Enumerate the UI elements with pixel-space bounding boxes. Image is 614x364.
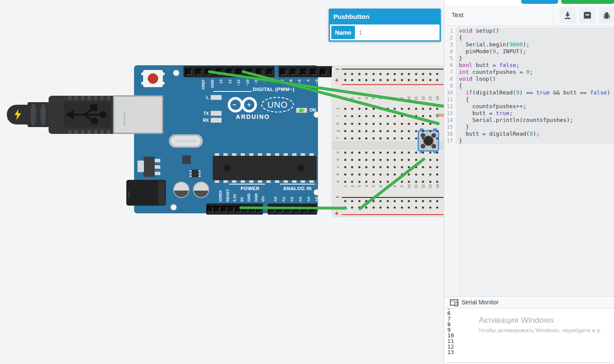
breadboard-hole[interactable] <box>379 206 382 209</box>
code-line[interactable]: 6bool butt = false; <box>444 62 614 69</box>
breadboard-hole[interactable] <box>358 130 360 132</box>
breadboard-hole[interactable] <box>422 159 424 161</box>
breadboard-hole[interactable] <box>351 137 353 140</box>
breadboard-hole[interactable] <box>436 79 438 81</box>
header-pin[interactable] <box>235 206 241 212</box>
breadboard-hole[interactable] <box>351 173 353 176</box>
breadboard-hole[interactable] <box>351 152 353 154</box>
header-pin[interactable] <box>196 69 202 75</box>
breadboard-hole[interactable] <box>387 79 389 81</box>
breadboard-hole[interactable] <box>365 152 367 154</box>
breadboard-hole[interactable] <box>415 152 417 154</box>
breadboard-hole[interactable] <box>401 73 403 75</box>
breadboard-hole[interactable] <box>344 79 346 81</box>
breadboard-hole[interactable] <box>373 181 375 183</box>
header-pin[interactable] <box>228 206 234 212</box>
breadboard-hole[interactable] <box>394 123 396 125</box>
arduino-uno-board[interactable]: DIGITAL (PWM~) L TX RX − + ARDUINO UNO O… <box>134 65 318 213</box>
breadboard-hole[interactable] <box>379 130 382 132</box>
breadboard-hole[interactable] <box>365 159 367 161</box>
breadboard-hole[interactable] <box>387 137 389 140</box>
code-line[interactable]: 9{ <box>444 82 614 89</box>
breadboard-hole[interactable] <box>408 200 410 202</box>
code-line[interactable]: 3 Serial.begin(9600); <box>444 41 614 48</box>
breadboard-hole[interactable] <box>408 137 410 140</box>
breadboard-hole[interactable] <box>436 200 438 202</box>
breadboard-hole[interactable] <box>436 181 438 183</box>
breadboard-hole[interactable] <box>422 73 424 75</box>
code-line[interactable]: 16 butt = digitalRead(9); <box>444 130 614 137</box>
breadboard-hole[interactable] <box>358 166 360 168</box>
breadboard-hole[interactable] <box>358 79 360 81</box>
breadboard-hole[interactable] <box>401 123 403 125</box>
simulate-button[interactable] <box>561 0 614 4</box>
header-pin[interactable] <box>221 206 227 212</box>
header-pin[interactable] <box>249 206 256 212</box>
breadboard-hole[interactable] <box>365 130 367 132</box>
breadboard-hole[interactable] <box>394 159 396 161</box>
code-line[interactable]: 14 Serial.println(countofpushes); <box>444 117 614 124</box>
usb-plug[interactable] <box>49 96 116 134</box>
breadboard-hole[interactable] <box>422 181 424 183</box>
breadboard-hole[interactable] <box>351 115 353 117</box>
code-line[interactable]: 13 butt = true; <box>444 110 614 117</box>
breadboard-hole[interactable] <box>394 181 396 183</box>
breadboard-hole[interactable] <box>408 152 410 154</box>
usb-cable-rings[interactable] <box>27 102 49 127</box>
breadboard-hole[interactable] <box>429 206 431 209</box>
share-button[interactable] <box>521 0 558 4</box>
breadboard-hole[interactable] <box>415 137 417 140</box>
breadboard-hole[interactable] <box>422 115 424 117</box>
breadboard-hole[interactable] <box>373 166 375 168</box>
download-button[interactable] <box>559 7 576 23</box>
breadboard-hole[interactable] <box>436 173 438 176</box>
serial-input-box[interactable] <box>446 362 613 364</box>
breadboard-hole[interactable] <box>379 152 382 154</box>
breadboard-hole[interactable] <box>408 79 410 81</box>
header-pin[interactable] <box>256 206 263 212</box>
breadboard-hole[interactable] <box>344 73 346 75</box>
breadboard-hole[interactable] <box>358 206 360 209</box>
breadboard-hole[interactable] <box>373 200 375 202</box>
header-pin[interactable] <box>256 69 263 75</box>
breadboard-hole[interactable] <box>401 137 403 140</box>
breadboard-hole[interactable] <box>394 108 396 110</box>
breadboard-hole[interactable] <box>344 206 346 209</box>
breadboard-hole[interactable] <box>415 73 417 75</box>
breadboard-hole[interactable] <box>422 173 424 176</box>
breadboard-hole[interactable] <box>422 108 424 110</box>
breadboard-hole[interactable] <box>365 137 367 140</box>
breadboard-hole[interactable] <box>351 159 353 161</box>
breadboard-hole[interactable] <box>436 159 438 161</box>
breadboard-hole[interactable] <box>365 115 367 117</box>
breadboard-hole[interactable] <box>379 166 382 168</box>
breadboard-hole[interactable] <box>408 181 410 183</box>
breadboard-hole[interactable] <box>358 200 360 202</box>
breadboard-hole[interactable] <box>358 173 360 176</box>
header-pin[interactable] <box>293 206 300 212</box>
breadboard-hole[interactable] <box>387 173 389 176</box>
breadboard-hole[interactable] <box>394 152 396 154</box>
breadboard-hole[interactable] <box>379 108 382 110</box>
breadboard-hole[interactable] <box>429 79 431 81</box>
reset-button[interactable] <box>148 73 158 84</box>
breadboard-hole[interactable] <box>351 123 353 125</box>
breadboard-hole[interactable] <box>394 115 396 117</box>
breadboard-hole[interactable] <box>415 159 417 161</box>
library-button[interactable] <box>579 7 596 23</box>
breadboard-hole[interactable] <box>365 181 367 183</box>
breadboard-hole[interactable] <box>429 137 431 140</box>
breadboard-hole[interactable] <box>436 73 438 75</box>
breadboard-hole[interactable] <box>408 166 410 168</box>
header-pin[interactable] <box>236 69 242 75</box>
breadboard-hole[interactable] <box>429 152 431 154</box>
breadboard-hole[interactable] <box>429 200 431 202</box>
breadboard-hole[interactable] <box>436 123 438 125</box>
code-line[interactable]: 2{ <box>444 34 614 41</box>
breadboard-hole[interactable] <box>401 79 403 81</box>
breadboard-hole[interactable] <box>351 166 353 168</box>
breadboard-hole[interactable] <box>379 159 382 161</box>
breadboard-hole[interactable] <box>365 200 367 202</box>
breadboard-hole[interactable] <box>429 130 431 132</box>
breadboard-hole[interactable] <box>351 108 353 110</box>
